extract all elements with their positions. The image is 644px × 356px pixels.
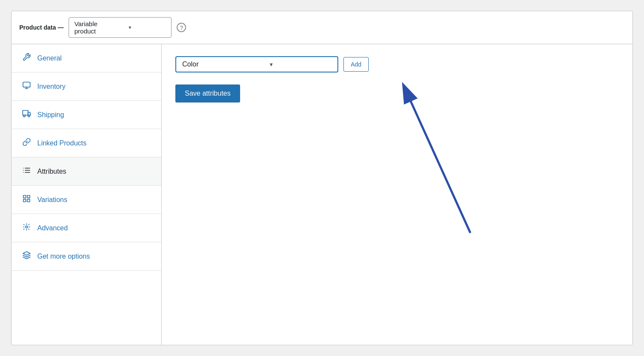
get-more-options-icon — [22, 251, 31, 262]
product-data-label: Product data — — [19, 24, 63, 31]
product-data-panel: Product data — Variable product ▾ ? Gene… — [11, 11, 633, 345]
sidebar-item-label-advanced: Advanced — [37, 224, 68, 232]
product-type-chevron-icon: ▾ — [129, 24, 166, 30]
sidebar-item-label-variations: Variations — [37, 196, 67, 204]
svg-line-19 — [408, 96, 470, 233]
advanced-icon — [22, 223, 31, 233]
svg-point-17 — [26, 226, 28, 228]
sidebar-item-variations[interactable]: Variations — [12, 186, 161, 214]
sidebar-item-label-linked-products: Linked Products — [37, 139, 87, 147]
sidebar-item-label-general: General — [37, 54, 62, 62]
svg-rect-15 — [27, 199, 30, 202]
svg-marker-4 — [28, 112, 30, 115]
variations-icon — [22, 194, 31, 205]
svg-rect-13 — [24, 196, 26, 198]
inventory-icon — [22, 81, 31, 92]
attribute-row: Color ▾ Add — [175, 56, 619, 72]
save-attributes-button[interactable]: Save attributes — [175, 84, 240, 103]
link-icon — [22, 138, 31, 148]
add-button[interactable]: Add — [343, 57, 369, 72]
sidebar-item-label-attributes: Attributes — [37, 168, 66, 175]
sidebar-item-label-get-more-options: Get more options — [37, 253, 90, 260]
sidebar-item-inventory[interactable]: Inventory — [12, 72, 161, 101]
product-type-select[interactable]: Variable product ▾ — [69, 17, 172, 38]
sidebar-item-get-more-options[interactable]: Get more options — [12, 242, 161, 271]
sidebar-item-general[interactable]: General — [12, 44, 161, 72]
svg-rect-3 — [23, 111, 28, 115]
svg-rect-0 — [23, 82, 30, 87]
attribute-chevron-icon: ▾ — [270, 61, 331, 68]
attribute-select[interactable]: Color ▾ — [175, 56, 338, 72]
save-attributes-row: Save attributes — [175, 84, 619, 103]
panel-body: General Inventory — [12, 44, 632, 345]
attribute-select-value: Color — [182, 60, 244, 68]
shipping-icon — [22, 109, 31, 120]
sidebar: General Inventory — [12, 44, 162, 345]
sidebar-item-attributes[interactable]: Attributes — [12, 157, 161, 186]
wrench-icon — [22, 53, 31, 63]
sidebar-item-shipping[interactable]: Shipping — [12, 101, 161, 129]
sidebar-item-linked-products[interactable]: Linked Products — [12, 129, 161, 157]
svg-point-5 — [24, 115, 25, 117]
product-type-value: Variable product — [74, 20, 111, 35]
svg-rect-14 — [27, 196, 30, 198]
svg-point-6 — [28, 115, 30, 117]
main-content: Color ▾ Add Save attributes — [162, 44, 632, 345]
sidebar-item-advanced[interactable]: Advanced — [12, 214, 161, 242]
svg-rect-16 — [24, 199, 26, 202]
sidebar-item-label-inventory: Inventory — [37, 83, 66, 91]
help-icon[interactable]: ? — [177, 23, 186, 32]
attributes-icon — [22, 166, 31, 177]
sidebar-item-label-shipping: Shipping — [37, 111, 64, 119]
panel-header: Product data — Variable product ▾ ? — [12, 11, 632, 44]
